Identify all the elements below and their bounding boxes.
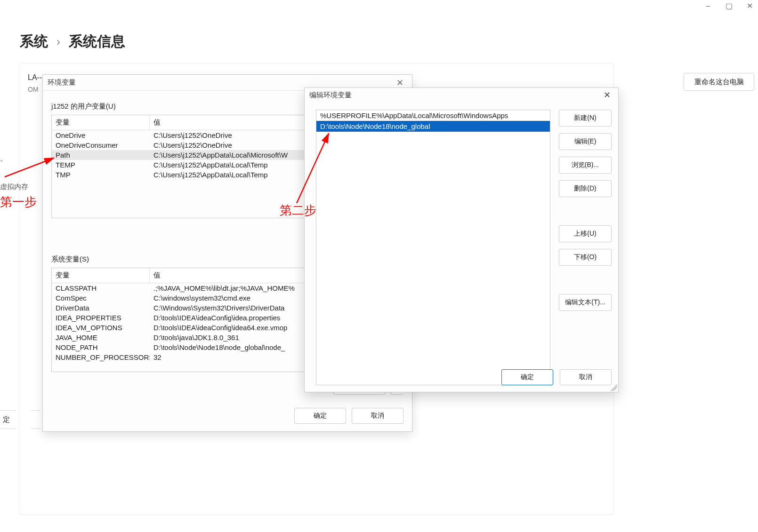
chevron-right-icon: › xyxy=(56,35,60,48)
ok-button[interactable]: 确定 xyxy=(294,408,346,424)
page-title: 系统信息 xyxy=(69,32,125,51)
breadcrumb: 系统 › 系统信息 xyxy=(20,32,125,51)
list-item-selected[interactable]: D:\tools\Node\Node18\node_global xyxy=(316,121,550,132)
bg-partial-button[interactable]: 定 xyxy=(0,410,16,429)
dialog-title-bar[interactable]: 编辑环境变量 ✕ xyxy=(305,88,618,102)
dialog-title: 环境变量 xyxy=(48,78,393,87)
browse-button[interactable]: 浏览(B)... xyxy=(559,157,612,174)
close-icon[interactable]: ✕ xyxy=(393,78,407,88)
cancel-button[interactable]: 取消 xyxy=(560,369,612,385)
move-down-button[interactable]: 下移(O) xyxy=(559,249,612,266)
device-sub: OM xyxy=(28,86,39,93)
resize-grip-icon[interactable] xyxy=(611,384,617,391)
edit-dialog-footer: 确定 取消 xyxy=(501,369,612,385)
path-entries-list[interactable]: %USERPROFILE%\AppData\Local\Microsoft\Wi… xyxy=(316,110,550,385)
rename-pc-button[interactable]: 重命名这台电脑 xyxy=(684,73,754,91)
col-variable[interactable]: 变量 xyxy=(52,115,150,130)
list-item[interactable]: %USERPROFILE%\AppData\Local\Microsoft\Wi… xyxy=(316,110,550,121)
edit-env-var-dialog: 编辑环境变量 ✕ %USERPROFILE%\AppData\Local\Mic… xyxy=(304,87,619,392)
edit-text-button[interactable]: 编辑文本(T)... xyxy=(559,294,612,311)
dialog-title: 编辑环境变量 xyxy=(309,91,601,100)
delete-button[interactable]: 删除(D) xyxy=(559,180,612,197)
ok-button[interactable]: 确定 xyxy=(501,369,553,385)
breadcrumb-system[interactable]: 系统 xyxy=(20,32,48,51)
cancel-button[interactable]: 取消 xyxy=(352,408,403,424)
close-icon[interactable]: ✕ xyxy=(601,90,613,100)
new-entry-button[interactable]: 新建(N) xyxy=(559,110,612,127)
env-dialog-footer: 确定 取消 xyxy=(294,408,403,424)
minimize-icon[interactable]: – xyxy=(704,3,712,9)
virtual-memory-label: 虚拟内存 xyxy=(0,183,28,191)
bg-partial-button-2[interactable] xyxy=(31,410,41,429)
col-variable[interactable]: 变量 xyxy=(52,268,150,283)
move-up-button[interactable]: 上移(U) xyxy=(559,225,612,242)
bg-text-fragment: 。 xyxy=(0,154,7,163)
edit-entry-button[interactable]: 编辑(E) xyxy=(559,133,612,150)
window-controls: – ▢ ✕ xyxy=(704,3,753,9)
edit-side-buttons: 新建(N) 编辑(E) 浏览(B)... 删除(D) 上移(U) 下移(O) 编… xyxy=(559,110,612,385)
close-icon[interactable]: ✕ xyxy=(746,3,753,9)
maximize-icon[interactable]: ▢ xyxy=(725,3,733,9)
